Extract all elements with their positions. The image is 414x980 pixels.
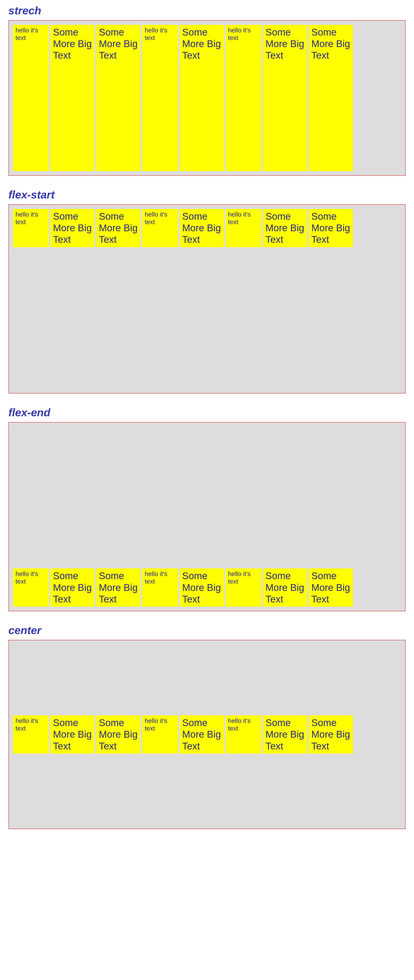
list-item: Some More Big Text <box>309 568 353 607</box>
list-item: Some More Big Text <box>263 25 307 171</box>
section-flex-end: flex-end hello it's text Some More Big T… <box>8 406 406 611</box>
list-item: hello it's text <box>225 209 261 247</box>
list-item: Some More Big Text <box>180 715 224 754</box>
list-item: Some More Big Text <box>51 715 95 754</box>
flex-container-flex-end: hello it's text Some More Big Text Some … <box>8 422 406 611</box>
section-center: center hello it's text Some More Big Tex… <box>8 624 406 829</box>
list-item: hello it's text <box>13 25 49 171</box>
list-item: hello it's text <box>142 568 178 607</box>
list-item: Some More Big Text <box>180 568 224 607</box>
list-item: Some More Big Text <box>309 715 353 754</box>
list-item: hello it's text <box>13 715 49 754</box>
section-title-stretch: strech <box>8 4 406 17</box>
section-title-flex-end: flex-end <box>8 406 406 419</box>
list-item: Some More Big Text <box>96 715 141 754</box>
flex-container-center: hello it's text Some More Big Text Some … <box>8 640 406 829</box>
list-item: Some More Big Text <box>51 25 95 171</box>
section-title-flex-start: flex-start <box>8 188 406 201</box>
list-item: hello it's text <box>13 209 49 247</box>
section-title-center: center <box>8 624 406 636</box>
list-item: Some More Big Text <box>263 715 307 754</box>
list-item: Some More Big Text <box>180 25 224 171</box>
section-stretch: strech hello it's text Some More Big Tex… <box>8 4 406 176</box>
list-item: Some More Big Text <box>96 568 141 607</box>
list-item: Some More Big Text <box>51 568 95 607</box>
list-item: Some More Big Text <box>51 209 95 247</box>
list-item: Some More Big Text <box>96 25 141 171</box>
list-item: Some More Big Text <box>96 209 141 247</box>
section-flex-start: flex-start hello it's text Some More Big… <box>8 188 406 393</box>
list-item: hello it's text <box>142 715 178 754</box>
list-item: hello it's text <box>225 568 261 607</box>
list-item: hello it's text <box>225 25 261 171</box>
list-item: Some More Big Text <box>180 209 224 247</box>
list-item: hello it's text <box>142 209 178 247</box>
list-item: hello it's text <box>142 25 178 171</box>
flex-container-flex-start: hello it's text Some More Big Text Some … <box>8 204 406 393</box>
list-item: Some More Big Text <box>263 209 307 247</box>
list-item: hello it's text <box>13 568 49 607</box>
list-item: Some More Big Text <box>309 25 353 171</box>
list-item: hello it's text <box>225 715 261 754</box>
list-item: Some More Big Text <box>263 568 307 607</box>
list-item: Some More Big Text <box>309 209 353 247</box>
flex-container-stretch: hello it's text Some More Big Text Some … <box>8 20 406 176</box>
